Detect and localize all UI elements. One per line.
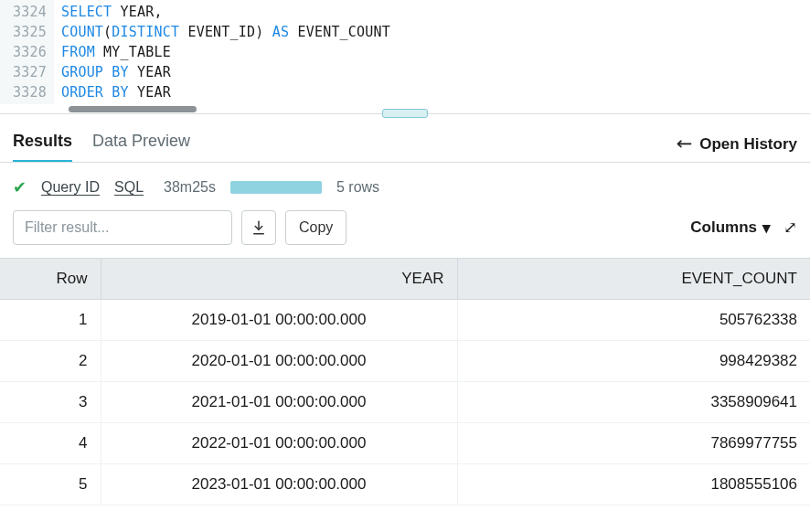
copy-button[interactable]: Copy [285,210,346,245]
cell-year: 2022-01-01 00:00:00.000 [101,423,457,464]
success-check-icon: ✔ [13,177,27,197]
results-actions-row: Copy Columns ▾ ⤢ [0,210,810,258]
chevron-down-icon: ▾ [762,218,771,238]
resize-handle[interactable] [382,109,428,118]
cell-year: 2020-01-01 00:00:00.000 [101,341,457,382]
open-history-button[interactable]: 🡐 Open History [677,135,797,154]
cell-row: 3 [0,382,101,423]
query-progress-bar [230,181,322,194]
table-row[interactable]: 3 2021-01-01 00:00:00.000 3358909641 [0,382,810,423]
table-row[interactable]: 5 2023-01-01 00:00:00.000 1808555106 [0,464,810,505]
cell-row: 1 [0,300,101,341]
cell-event-count: 7869977755 [457,423,810,464]
editor-content[interactable]: SELECT YEAR, COUNT(DISTINCT EVENT_ID) AS… [54,0,390,104]
columns-dropdown[interactable]: Columns ▾ [690,218,771,238]
cell-event-count: 1808555106 [457,464,810,505]
download-icon [250,219,267,236]
line-number: 3324 [13,2,47,22]
line-number: 3326 [13,42,47,62]
row-count: 5 rows [336,179,379,196]
tab-results[interactable]: Results [13,126,72,162]
filter-result-input[interactable] [13,210,232,245]
line-number: 3327 [13,62,47,82]
col-header-event-count[interactable]: EVENT_COUNT [457,259,810,300]
table-row[interactable]: 4 2022-01-01 00:00:00.000 7869977755 [0,423,810,464]
table-row[interactable]: 1 2019-01-01 00:00:00.000 505762338 [0,300,810,341]
results-tabs: Results Data Preview [13,126,190,162]
sql-editor[interactable]: 3324 3325 3326 3327 3328 SELECT YEAR, CO… [0,0,810,113]
table-row[interactable]: 2 2020-01-01 00:00:00.000 998429382 [0,341,810,382]
results-table: Row YEAR EVENT_COUNT 1 2019-01-01 00:00:… [0,258,810,505]
cell-row: 4 [0,423,101,464]
arrow-left-icon: 🡐 [677,135,692,154]
cell-year: 2019-01-01 00:00:00.000 [101,300,457,341]
query-id-link[interactable]: Query ID [41,179,100,196]
line-number: 3325 [13,22,47,42]
cell-year: 2021-01-01 00:00:00.000 [101,382,457,423]
sql-link[interactable]: SQL [114,179,144,196]
query-duration: 38m25s [164,179,216,196]
pane-divider[interactable] [0,113,810,124]
line-number: 3328 [13,82,47,102]
table-header-row: Row YEAR EVENT_COUNT [0,259,810,300]
editor-horizontal-scrollbar[interactable] [69,106,197,112]
cell-event-count: 998429382 [457,341,810,382]
query-status-row: ✔ Query ID SQL 38m25s 5 rows [0,163,810,210]
columns-label: Columns [690,218,757,237]
col-header-row[interactable]: Row [0,259,101,300]
col-header-year[interactable]: YEAR [101,259,457,300]
tab-data-preview[interactable]: Data Preview [92,126,190,162]
open-history-label: Open History [699,135,797,154]
cell-event-count: 505762338 [457,300,810,341]
cell-event-count: 3358909641 [457,382,810,423]
cell-row: 5 [0,464,101,505]
query-progress-fill [230,181,322,194]
download-button[interactable] [241,210,276,245]
cell-row: 2 [0,341,101,382]
expand-icon[interactable]: ⤢ [783,218,797,238]
editor-gutter: 3324 3325 3326 3327 3328 [0,0,54,104]
cell-year: 2023-01-01 00:00:00.000 [101,464,457,505]
results-tabs-row: Results Data Preview 🡐 Open History [0,124,810,163]
